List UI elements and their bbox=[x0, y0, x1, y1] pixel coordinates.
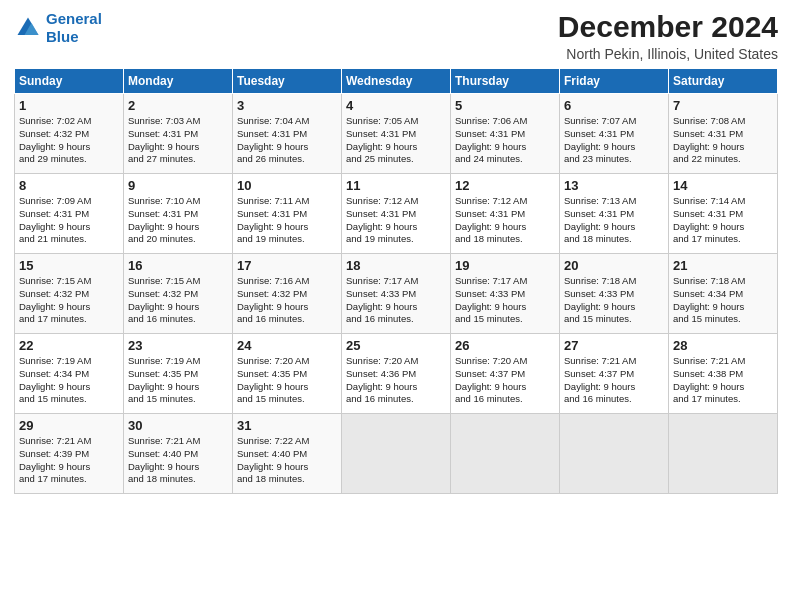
cell-line: Sunset: 4:38 PM bbox=[673, 368, 773, 381]
cell-line: Daylight: 9 hours bbox=[19, 141, 119, 154]
cell-line: Sunset: 4:33 PM bbox=[455, 288, 555, 301]
calendar-cell: 6Sunrise: 7:07 AMSunset: 4:31 PMDaylight… bbox=[560, 94, 669, 174]
page-container: General Blue December 2024 North Pekin, … bbox=[0, 0, 792, 502]
cell-line: and 23 minutes. bbox=[564, 153, 664, 166]
cell-line: Daylight: 9 hours bbox=[19, 381, 119, 394]
cell-line: Daylight: 9 hours bbox=[128, 221, 228, 234]
cell-line: Daylight: 9 hours bbox=[455, 221, 555, 234]
calendar-cell: 13Sunrise: 7:13 AMSunset: 4:31 PMDayligh… bbox=[560, 174, 669, 254]
day-number: 23 bbox=[128, 338, 228, 353]
cell-line: Daylight: 9 hours bbox=[673, 221, 773, 234]
cell-line: Daylight: 9 hours bbox=[673, 381, 773, 394]
day-number: 30 bbox=[128, 418, 228, 433]
calendar-cell: 20Sunrise: 7:18 AMSunset: 4:33 PMDayligh… bbox=[560, 254, 669, 334]
cell-line: Sunrise: 7:21 AM bbox=[19, 435, 119, 448]
cell-line: Sunset: 4:34 PM bbox=[673, 288, 773, 301]
cell-line: Daylight: 9 hours bbox=[19, 301, 119, 314]
day-number: 16 bbox=[128, 258, 228, 273]
calendar-cell bbox=[560, 414, 669, 494]
day-number: 3 bbox=[237, 98, 337, 113]
cell-line: Sunset: 4:34 PM bbox=[19, 368, 119, 381]
cell-line: Sunrise: 7:22 AM bbox=[237, 435, 337, 448]
cell-line: Sunrise: 7:04 AM bbox=[237, 115, 337, 128]
cell-line: Daylight: 9 hours bbox=[19, 461, 119, 474]
cell-line: and 17 minutes. bbox=[19, 473, 119, 486]
cell-line: Sunrise: 7:15 AM bbox=[128, 275, 228, 288]
cell-line: and 16 minutes. bbox=[346, 393, 446, 406]
cell-line: Daylight: 9 hours bbox=[128, 461, 228, 474]
day-number: 31 bbox=[237, 418, 337, 433]
cell-line: Sunset: 4:35 PM bbox=[128, 368, 228, 381]
calendar-cell: 31Sunrise: 7:22 AMSunset: 4:40 PMDayligh… bbox=[233, 414, 342, 494]
cell-line: Sunrise: 7:05 AM bbox=[346, 115, 446, 128]
day-number: 25 bbox=[346, 338, 446, 353]
cell-line: and 17 minutes. bbox=[673, 233, 773, 246]
day-number: 28 bbox=[673, 338, 773, 353]
cell-line: Sunrise: 7:13 AM bbox=[564, 195, 664, 208]
calendar-cell: 14Sunrise: 7:14 AMSunset: 4:31 PMDayligh… bbox=[669, 174, 778, 254]
week-row-4: 29Sunrise: 7:21 AMSunset: 4:39 PMDayligh… bbox=[15, 414, 778, 494]
calendar-cell: 26Sunrise: 7:20 AMSunset: 4:37 PMDayligh… bbox=[451, 334, 560, 414]
calendar-cell: 23Sunrise: 7:19 AMSunset: 4:35 PMDayligh… bbox=[124, 334, 233, 414]
cell-line: and 20 minutes. bbox=[128, 233, 228, 246]
cell-line: Sunset: 4:31 PM bbox=[673, 128, 773, 141]
cell-line: Daylight: 9 hours bbox=[455, 301, 555, 314]
cell-line: Sunset: 4:31 PM bbox=[19, 208, 119, 221]
cell-line: Daylight: 9 hours bbox=[128, 381, 228, 394]
cell-line: Sunrise: 7:14 AM bbox=[673, 195, 773, 208]
cell-line: and 17 minutes. bbox=[19, 313, 119, 326]
calendar-cell: 30Sunrise: 7:21 AMSunset: 4:40 PMDayligh… bbox=[124, 414, 233, 494]
calendar-cell: 4Sunrise: 7:05 AMSunset: 4:31 PMDaylight… bbox=[342, 94, 451, 174]
calendar-cell bbox=[342, 414, 451, 494]
calendar-cell: 11Sunrise: 7:12 AMSunset: 4:31 PMDayligh… bbox=[342, 174, 451, 254]
cell-line: Daylight: 9 hours bbox=[673, 301, 773, 314]
cell-line: Sunset: 4:31 PM bbox=[564, 128, 664, 141]
cell-line: Daylight: 9 hours bbox=[564, 221, 664, 234]
day-number: 9 bbox=[128, 178, 228, 193]
cell-line: Sunset: 4:31 PM bbox=[128, 208, 228, 221]
cell-line: Daylight: 9 hours bbox=[346, 381, 446, 394]
cell-line: Sunrise: 7:16 AM bbox=[237, 275, 337, 288]
cell-line: and 17 minutes. bbox=[673, 393, 773, 406]
week-row-3: 22Sunrise: 7:19 AMSunset: 4:34 PMDayligh… bbox=[15, 334, 778, 414]
title-block: December 2024 North Pekin, Illinois, Uni… bbox=[558, 10, 778, 62]
cell-line: Sunset: 4:31 PM bbox=[455, 208, 555, 221]
cell-line: Sunset: 4:31 PM bbox=[237, 128, 337, 141]
weekday-header-wednesday: Wednesday bbox=[342, 69, 451, 94]
cell-line: Daylight: 9 hours bbox=[237, 461, 337, 474]
day-number: 12 bbox=[455, 178, 555, 193]
calendar-cell: 17Sunrise: 7:16 AMSunset: 4:32 PMDayligh… bbox=[233, 254, 342, 334]
calendar-cell bbox=[451, 414, 560, 494]
cell-line: and 15 minutes. bbox=[237, 393, 337, 406]
cell-line: Daylight: 9 hours bbox=[346, 141, 446, 154]
cell-line: Sunset: 4:31 PM bbox=[346, 128, 446, 141]
weekday-header-row: SundayMondayTuesdayWednesdayThursdayFrid… bbox=[15, 69, 778, 94]
calendar-cell: 24Sunrise: 7:20 AMSunset: 4:35 PMDayligh… bbox=[233, 334, 342, 414]
cell-line: Sunrise: 7:07 AM bbox=[564, 115, 664, 128]
cell-line: Sunset: 4:32 PM bbox=[19, 288, 119, 301]
cell-line: Daylight: 9 hours bbox=[564, 381, 664, 394]
cell-line: and 29 minutes. bbox=[19, 153, 119, 166]
cell-line: Daylight: 9 hours bbox=[237, 141, 337, 154]
calendar-cell: 22Sunrise: 7:19 AMSunset: 4:34 PMDayligh… bbox=[15, 334, 124, 414]
weekday-header-thursday: Thursday bbox=[451, 69, 560, 94]
cell-line: and 16 minutes. bbox=[346, 313, 446, 326]
week-row-0: 1Sunrise: 7:02 AMSunset: 4:32 PMDaylight… bbox=[15, 94, 778, 174]
day-number: 20 bbox=[564, 258, 664, 273]
cell-line: Sunrise: 7:21 AM bbox=[564, 355, 664, 368]
day-number: 7 bbox=[673, 98, 773, 113]
cell-line: Sunrise: 7:19 AM bbox=[19, 355, 119, 368]
cell-line: and 16 minutes. bbox=[564, 393, 664, 406]
week-row-1: 8Sunrise: 7:09 AMSunset: 4:31 PMDaylight… bbox=[15, 174, 778, 254]
cell-line: Sunrise: 7:17 AM bbox=[455, 275, 555, 288]
weekday-header-friday: Friday bbox=[560, 69, 669, 94]
cell-line: Daylight: 9 hours bbox=[128, 301, 228, 314]
cell-line: Daylight: 9 hours bbox=[673, 141, 773, 154]
cell-line: Daylight: 9 hours bbox=[237, 221, 337, 234]
cell-line: and 15 minutes. bbox=[673, 313, 773, 326]
day-number: 18 bbox=[346, 258, 446, 273]
cell-line: and 15 minutes. bbox=[564, 313, 664, 326]
cell-line: Sunrise: 7:18 AM bbox=[564, 275, 664, 288]
calendar-cell: 15Sunrise: 7:15 AMSunset: 4:32 PMDayligh… bbox=[15, 254, 124, 334]
calendar-cell: 28Sunrise: 7:21 AMSunset: 4:38 PMDayligh… bbox=[669, 334, 778, 414]
